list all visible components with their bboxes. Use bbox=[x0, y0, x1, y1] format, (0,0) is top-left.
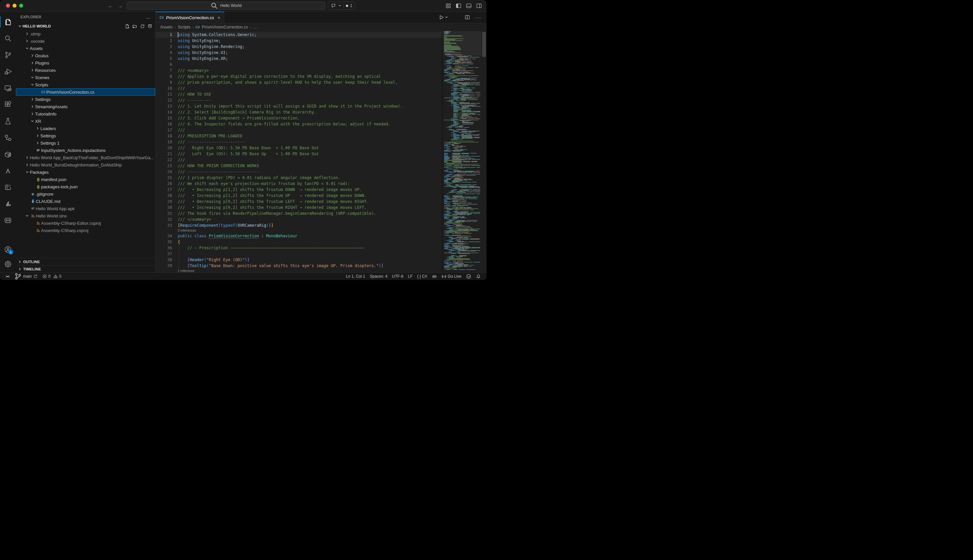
zoom-window-button[interactable] bbox=[19, 3, 23, 8]
tree-folder-settings[interactable]: Settings bbox=[16, 132, 155, 139]
collapse-all-icon[interactable] bbox=[148, 24, 153, 29]
workspace-section-header[interactable]: HELLO WORLD bbox=[16, 22, 155, 30]
codelens-references[interactable]: 1 reference bbox=[155, 269, 443, 272]
command-center-search[interactable]: Hello World bbox=[127, 2, 325, 10]
status-encoding[interactable]: UTF-8 bbox=[390, 274, 406, 279]
tree-file-prismvisioncorrection-cs[interactable]: C#PrismVisionCorrection.cs bbox=[16, 88, 155, 96]
status-indentation[interactable]: Spaces: 4 bbox=[367, 274, 390, 279]
status-notifications[interactable] bbox=[473, 274, 483, 279]
branch-status[interactable]: main bbox=[12, 273, 40, 280]
split-editor-icon[interactable] bbox=[465, 15, 470, 20]
tree-file-packages-lock-json[interactable]: {}packages-lock.json bbox=[16, 183, 155, 190]
back-button[interactable]: ← bbox=[108, 3, 113, 8]
section-outline[interactable]: OUTLINE bbox=[16, 258, 155, 265]
activity-search[interactable] bbox=[0, 30, 16, 47]
remote-indicator[interactable]: >< bbox=[3, 273, 12, 280]
sync-icon[interactable] bbox=[33, 274, 38, 279]
close-window-button[interactable] bbox=[6, 3, 10, 8]
tree-folder-settings-1[interactable]: Settings 1 bbox=[16, 139, 155, 147]
problems-status[interactable]: 0 0 bbox=[40, 273, 63, 280]
toggle-secondary-sidebar-icon[interactable] bbox=[476, 3, 482, 8]
status-language-mode[interactable]: { } C# bbox=[415, 274, 430, 279]
forward-button[interactable]: → bbox=[118, 3, 123, 8]
activity-azure[interactable] bbox=[0, 163, 16, 179]
activity-remote-explorer[interactable] bbox=[0, 80, 16, 96]
tree-folder-hello-world-app-backupthisfolder-butdont[interactable]: Hello World App_BackUpThisFolder_ButDont… bbox=[16, 154, 155, 161]
tree-folder-streamingassets[interactable]: StreamingAssets bbox=[16, 103, 155, 110]
status-eol[interactable]: LF bbox=[406, 274, 415, 279]
claude-icon[interactable] bbox=[453, 14, 459, 20]
activity-sail-extension[interactable] bbox=[0, 196, 16, 212]
scrollbar-thumb[interactable] bbox=[482, 32, 486, 57]
toggle-sidebar-icon[interactable] bbox=[456, 3, 462, 8]
explorer-more-actions[interactable]: … bbox=[146, 14, 151, 20]
more-actions-icon[interactable]: ··· bbox=[475, 15, 481, 20]
accounts-button[interactable]: 1 bbox=[0, 242, 16, 257]
code-line-1: 1using System.Collections.Generic; bbox=[155, 32, 443, 38]
minimize-window-button[interactable] bbox=[13, 3, 17, 8]
tree-file-claude-md[interactable]: CLAUDE.md bbox=[16, 198, 155, 205]
status-go-live[interactable]: Go Live bbox=[439, 274, 464, 279]
status-cursor-position[interactable]: Ln 1, Col 1 bbox=[343, 274, 367, 279]
tree-folder-loaders[interactable]: Loaders bbox=[16, 125, 155, 132]
tree-file-manifest-json[interactable]: {}manifest.json bbox=[16, 176, 155, 183]
refresh-icon[interactable] bbox=[140, 24, 145, 29]
tree-folder-oculus[interactable]: Oculus bbox=[16, 52, 155, 59]
activity-explorer[interactable] bbox=[0, 13, 16, 30]
tree-folder-hello-world-slnx[interactable]: Hello World.slnx bbox=[16, 212, 155, 220]
tree-folder--vscode[interactable]: .vscode bbox=[16, 37, 155, 45]
tree-folder-resources[interactable]: Resources bbox=[16, 67, 155, 74]
close-tab-icon[interactable]: × bbox=[218, 15, 220, 20]
chat-control[interactable]: 1 bbox=[328, 2, 355, 10]
activity-containers[interactable] bbox=[0, 146, 16, 163]
new-file-icon[interactable] bbox=[125, 24, 130, 29]
breadcrumb-item[interactable]: PrismVisionCorrection.cs bbox=[202, 25, 248, 30]
tree-folder-scripts[interactable]: Scripts bbox=[16, 81, 155, 88]
customize-layout-icon[interactable] bbox=[445, 3, 451, 8]
tree-file--gitignore[interactable]: ◆.gitignore bbox=[16, 190, 155, 198]
toggle-panel-icon[interactable] bbox=[466, 3, 472, 8]
tree-folder-assets[interactable]: Assets bbox=[16, 45, 155, 52]
settings-button[interactable] bbox=[0, 257, 16, 271]
chat-icon[interactable] bbox=[331, 3, 336, 8]
list-file-icon bbox=[35, 148, 41, 153]
tree-file-hello-world-app-apk[interactable]: Hello World App.apk bbox=[16, 205, 155, 212]
new-folder-icon[interactable] bbox=[132, 24, 137, 29]
tree-folder-plugins[interactable]: Plugins bbox=[16, 59, 155, 67]
tree-file-inputsystem-actions-inputactions[interactable]: InputSystem_Actions.inputactions bbox=[16, 147, 155, 154]
activity-hierarchy[interactable] bbox=[0, 129, 16, 146]
tab-prismvisioncorrection[interactable]: C# PrismVisionCorrection.cs × bbox=[155, 12, 224, 23]
scrollbar[interactable] bbox=[482, 31, 486, 272]
tree-folder-xr[interactable]: XR bbox=[16, 117, 155, 125]
breadcrumb-item[interactable]: Scripts bbox=[178, 25, 190, 30]
activity-run-and-debug[interactable] bbox=[0, 63, 16, 80]
tree-file-assembly-csharp-editor-csproj[interactable]: Assembly-CSharp-Editor.csproj bbox=[16, 220, 155, 227]
chevron-down-icon[interactable] bbox=[445, 15, 448, 19]
tree-folder--utmp[interactable]: .utmp bbox=[16, 30, 155, 37]
activity-extensions[interactable] bbox=[0, 96, 16, 113]
code-line-12: 12/// ---------- bbox=[155, 97, 443, 103]
tree-file-assembly-csharp-csproj[interactable]: Assembly-CSharp.csproj bbox=[16, 227, 155, 234]
tree-folder-packages[interactable]: Packages bbox=[16, 168, 155, 176]
minimap[interactable] bbox=[443, 31, 482, 272]
codelens-references[interactable]: 0 references bbox=[155, 228, 443, 233]
section-timeline[interactable]: TIMELINE bbox=[16, 265, 155, 272]
activity-m-extension[interactable] bbox=[0, 212, 16, 229]
tree-item-label: Settings 1 bbox=[40, 141, 60, 146]
tree-folder-settings[interactable]: Settings bbox=[16, 96, 155, 103]
tree-folder-scenes[interactable]: Scenes bbox=[16, 74, 155, 81]
activity-source-control[interactable] bbox=[0, 47, 16, 63]
chevron-down-icon[interactable] bbox=[338, 4, 342, 7]
tree-folder-tutorialinfo[interactable]: TutorialInfo bbox=[16, 110, 155, 117]
status-copilot[interactable] bbox=[430, 274, 439, 279]
run-icon[interactable] bbox=[438, 15, 444, 20]
code-editor[interactable]: 1using System.Collections.Generic;2using… bbox=[155, 31, 486, 272]
tree-item-label: Hello World App.apk bbox=[36, 206, 75, 211]
breadcrumb-item[interactable]: Assets bbox=[160, 25, 173, 30]
breadcrumb-item[interactable]: ... bbox=[253, 25, 257, 30]
activity-testing[interactable] bbox=[0, 113, 16, 129]
tree-folder-hello-world-burstdebuginformation-donots[interactable]: Hello World_BurstDebugInformation_DoNotS… bbox=[16, 161, 155, 168]
status-csharp-status[interactable]: C# bbox=[464, 274, 473, 279]
chevron-right-icon bbox=[35, 127, 40, 130]
activity-ai-tools[interactable] bbox=[0, 179, 16, 196]
